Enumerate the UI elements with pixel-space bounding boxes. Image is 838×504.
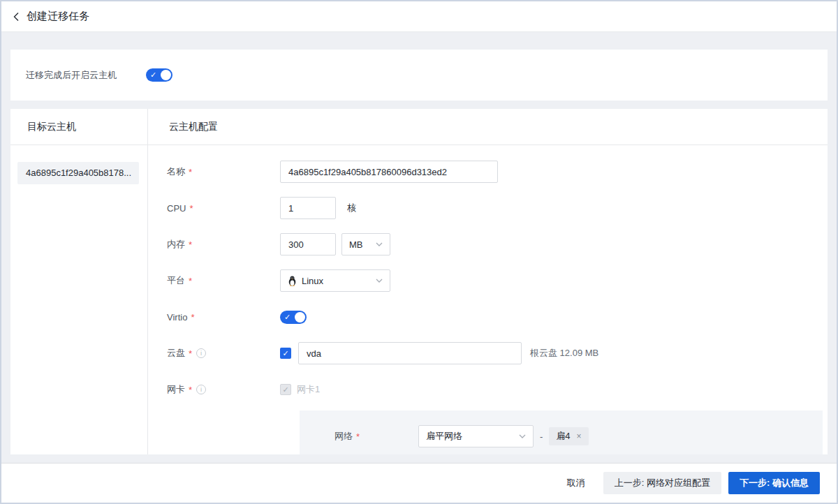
memory-row: 内存 * MB (167, 233, 828, 255)
required-mark: * (191, 312, 194, 323)
network-tag: 扁4 × (549, 427, 588, 445)
platform-select[interactable]: Linux (280, 269, 390, 292)
virtio-toggle[interactable]: ✓ (280, 311, 307, 324)
required-mark: * (189, 203, 193, 214)
check-icon: ✓ (284, 311, 291, 323)
disk-checkbox[interactable]: ✓ (280, 348, 291, 359)
required-mark: * (189, 239, 192, 250)
required-mark: * (356, 431, 360, 442)
virtio-row: Virtio * ✓ (167, 306, 828, 328)
vm-list-item-selected[interactable]: 4a6895c1f29a405b8178... (17, 162, 139, 184)
power-on-toggle[interactable]: ✓ (146, 68, 172, 82)
chevron-down-icon (376, 279, 383, 283)
platform-label: 平台 * (167, 274, 280, 287)
toggle-knob (161, 70, 171, 80)
required-mark: * (189, 167, 192, 177)
target-vm-panel: 目标云主机 4a6895c1f29a405b8178... (10, 109, 148, 454)
target-vm-panel-title: 目标云主机 (10, 109, 147, 145)
tag-remove-icon[interactable]: × (577, 431, 582, 441)
memory-unit-select[interactable]: MB (341, 233, 390, 255)
vm-config-form: 名称 * CPU * 核 (148, 145, 828, 454)
content: 迁移完成后开启云主机 ✓ 目标云主机 4a6895c1f29a405b8178.… (1, 32, 837, 503)
disk-size-info: 根云盘 12.09 MB (530, 347, 598, 360)
cpu-label: CPU * (167, 203, 280, 214)
check-icon: ✓ (150, 69, 156, 81)
next-step-button[interactable]: 下一步: 确认信息 (728, 472, 820, 494)
required-mark: * (189, 385, 192, 395)
network-row: 网络 * 扁平网络 - 扁4 (335, 425, 823, 447)
name-row: 名称 * (167, 161, 828, 183)
memory-input[interactable] (280, 233, 336, 255)
disk-label: 云盘 * i (167, 347, 280, 360)
info-icon[interactable]: i (196, 348, 206, 358)
toggle-knob (295, 312, 305, 323)
power-on-card: 迁移完成后开启云主机 ✓ (10, 50, 828, 101)
vm-list: 4a6895c1f29a405b8178... (10, 145, 147, 184)
page-title: 创建迁移任务 (27, 10, 89, 23)
create-migration-task-page: 创建迁移任务 迁移完成后开启云主机 ✓ 目标云主机 4a6895c1f29a40… (0, 0, 838, 504)
network-type-select[interactable]: 扁平网络 (418, 425, 534, 447)
chevron-left-icon (13, 12, 20, 22)
main-card: 目标云主机 4a6895c1f29a405b8178... 云主机配置 名称 * (10, 109, 828, 454)
name-input[interactable] (280, 161, 498, 183)
vm-config-panel: 云主机配置 名称 * CPU * (148, 109, 828, 454)
linux-penguin-icon (288, 276, 297, 286)
chevron-down-icon (376, 242, 383, 246)
cpu-row: CPU * 核 (167, 197, 828, 219)
titlebar: 创建迁移任务 (1, 1, 837, 32)
disk-name-input[interactable] (298, 342, 522, 364)
info-icon[interactable]: i (196, 385, 206, 394)
nic-label: 网卡 * i (167, 383, 280, 396)
nic1-checkbox-disabled: ✓ (280, 384, 291, 395)
virtio-label: Virtio * (167, 312, 280, 323)
prev-step-button[interactable]: 上一步: 网络对应组配置 (603, 472, 721, 494)
platform-row: 平台 * (167, 269, 828, 292)
cpu-input[interactable] (280, 197, 336, 219)
nic-network-subpanel: 网络 * 扁平网络 - 扁4 (300, 410, 823, 454)
memory-label: 内存 * (167, 238, 280, 251)
network-label: 网络 * (335, 430, 418, 443)
disk-row: 云盘 * i ✓ 根云盘 12.09 MB (167, 342, 828, 364)
back-button[interactable] (13, 12, 20, 22)
cpu-unit-label: 核 (347, 202, 356, 214)
cancel-button[interactable]: 取消 (567, 477, 585, 489)
required-mark: * (189, 276, 192, 286)
power-on-label: 迁移完成后开启云主机 (26, 69, 117, 82)
vm-config-panel-title: 云主机配置 (148, 109, 828, 145)
required-mark: * (189, 348, 192, 359)
footer-actions: 取消 上一步: 网络对应组配置 下一步: 确认信息 (1, 463, 837, 503)
nic-row: 网卡 * i ✓ 网卡1 (167, 378, 828, 401)
separator-dash: - (540, 431, 543, 442)
nic1-label: 网卡1 (297, 383, 320, 396)
chevron-down-icon (519, 434, 526, 438)
name-label: 名称 * (167, 165, 280, 178)
